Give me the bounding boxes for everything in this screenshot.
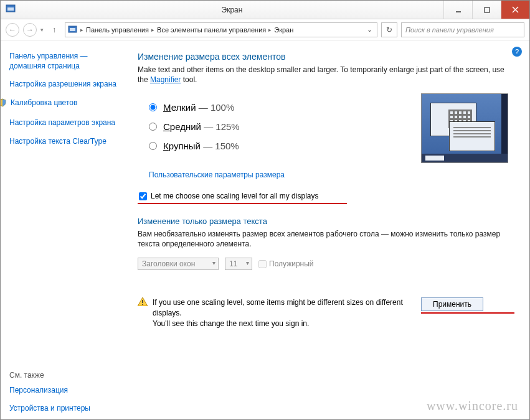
maximize-button[interactable] <box>472 1 501 19</box>
shield-icon <box>1 98 7 110</box>
checkbox-input <box>258 260 267 268</box>
window-title: Экран <box>21 6 443 14</box>
location-icon <box>68 25 78 35</box>
sidebar-home-link[interactable]: Панель управления — домашняя страница <box>9 52 123 71</box>
see-also-header: См. также <box>9 371 123 380</box>
app-icon <box>6 4 16 16</box>
sidebar-calibration-link[interactable]: Калибровка цветов <box>1 98 123 110</box>
notice-text-1: If you use one scaling level, some items… <box>153 297 416 319</box>
radio-input[interactable] <box>149 142 157 150</box>
refresh-button[interactable]: ↻ <box>381 22 397 37</box>
checkbox-label: Let me choose one scaling level for all … <box>151 192 318 200</box>
page-description: Make text and other items on the desktop… <box>138 65 514 85</box>
notice-row: If you use one scaling level, some items… <box>138 297 514 329</box>
help-icon[interactable]: ? <box>512 47 522 57</box>
search-input[interactable]: Поиск в панели управления <box>401 22 524 37</box>
svg-rect-9 <box>142 304 143 306</box>
bold-label: Полужирный <box>269 259 314 268</box>
radio-input[interactable] <box>149 123 157 131</box>
size-large-radio[interactable]: Крупный — 150% <box>149 141 421 151</box>
sidebar-cleartype-link[interactable]: Настройка текста ClearType <box>9 137 123 147</box>
breadcrumb-seg[interactable]: Все элементы панели управления <box>157 26 266 34</box>
apply-button[interactable]: Применить <box>421 297 483 311</box>
element-select[interactable]: Заголовки окон <box>138 258 219 270</box>
forward-button[interactable]: → <box>23 23 37 37</box>
svg-rect-3 <box>485 7 490 12</box>
preview-image <box>421 93 508 163</box>
font-size-select[interactable]: 11 <box>225 258 252 270</box>
one-scaling-checkbox[interactable]: Let me choose one scaling level for all … <box>139 192 347 200</box>
notice-text-2: You'll see this change the next time you… <box>153 319 416 329</box>
text-size-heading: Изменение только размера текста <box>138 217 514 226</box>
breadcrumb-dropdown-icon[interactable]: ⌄ <box>364 26 374 34</box>
breadcrumb-seg[interactable]: Экран <box>274 26 293 34</box>
text-size-description: Вам необязательно изменять размер всех э… <box>138 230 514 249</box>
sidebar-resolution-link[interactable]: Настройка разрешения экрана <box>9 80 123 90</box>
recent-dropdown-icon[interactable]: ▾ <box>40 27 44 33</box>
svg-rect-1 <box>7 7 14 11</box>
watermark: www.wincore.ru <box>427 399 518 413</box>
custom-size-link[interactable]: Пользовательские параметры размера <box>149 170 514 179</box>
warning-icon <box>138 297 148 308</box>
sidebar-devices-link[interactable]: Устройства и принтеры <box>9 404 123 414</box>
sidebar: Панель управления — домашняя страница На… <box>1 40 131 419</box>
radio-input[interactable] <box>149 103 157 111</box>
up-button[interactable]: ↑ <box>47 23 61 37</box>
main-content: ? Изменение размера всех элементов Make … <box>131 40 529 419</box>
address-bar: ← → ▾ ↑ ▸ Панель управления ▸ Все элемен… <box>1 19 529 40</box>
checkbox-input[interactable] <box>139 192 147 200</box>
title-bar: Экран <box>1 1 529 19</box>
sidebar-personalization-link[interactable]: Персонализация <box>9 386 123 396</box>
minimize-button[interactable] <box>443 1 472 19</box>
bold-checkbox[interactable]: Полужирный <box>258 259 314 268</box>
magnifier-link[interactable]: Magnifier <box>150 75 181 84</box>
window: Экран ← → ▾ ↑ ▸ Панель управления ▸ Все … <box>0 0 530 420</box>
sidebar-params-link[interactable]: Настройка параметров экрана <box>9 118 123 128</box>
size-medium-radio[interactable]: Средний — 125% <box>149 121 421 132</box>
breadcrumb-seg[interactable]: Панель управления <box>86 26 149 34</box>
sidebar-item-label: Калибровка цветов <box>11 98 77 108</box>
page-heading: Изменение размера всех элементов <box>138 52 514 62</box>
size-small-radio[interactable]: Мелкий — 100% <box>149 102 421 113</box>
back-button[interactable]: ← <box>6 23 19 37</box>
svg-rect-8 <box>142 300 143 303</box>
svg-rect-7 <box>70 28 75 31</box>
close-button[interactable] <box>501 1 529 19</box>
breadcrumb[interactable]: ▸ Панель управления ▸ Все элементы панел… <box>65 22 377 37</box>
